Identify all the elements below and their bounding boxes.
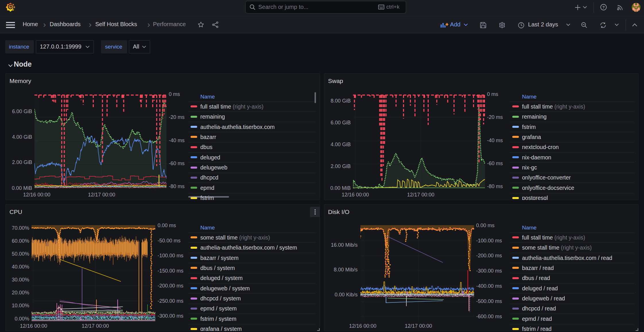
svg-text:?: ? (602, 5, 605, 9)
